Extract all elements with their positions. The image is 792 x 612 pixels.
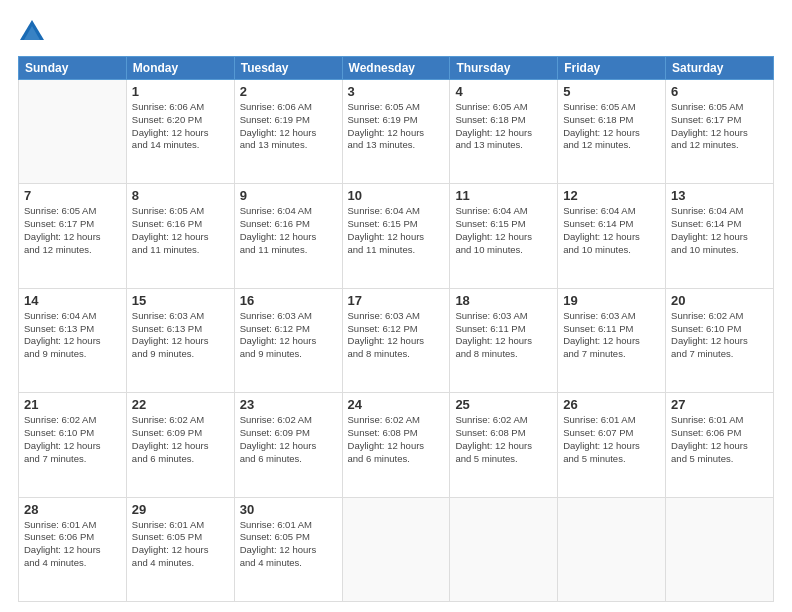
day-info: Sunrise: 6:02 AM Sunset: 6:09 PM Dayligh…	[240, 414, 337, 465]
day-info: Sunrise: 6:02 AM Sunset: 6:10 PM Dayligh…	[671, 310, 768, 361]
calendar-week-row: 1Sunrise: 6:06 AM Sunset: 6:20 PM Daylig…	[19, 80, 774, 184]
day-number: 22	[132, 397, 229, 412]
day-number: 1	[132, 84, 229, 99]
calendar-cell: 30Sunrise: 6:01 AM Sunset: 6:05 PM Dayli…	[234, 497, 342, 601]
calendar-cell: 25Sunrise: 6:02 AM Sunset: 6:08 PM Dayli…	[450, 393, 558, 497]
day-info: Sunrise: 6:03 AM Sunset: 6:13 PM Dayligh…	[132, 310, 229, 361]
calendar-week-row: 21Sunrise: 6:02 AM Sunset: 6:10 PM Dayli…	[19, 393, 774, 497]
day-info: Sunrise: 6:03 AM Sunset: 6:12 PM Dayligh…	[348, 310, 445, 361]
calendar-cell	[666, 497, 774, 601]
calendar-header-saturday: Saturday	[666, 57, 774, 80]
calendar-cell: 14Sunrise: 6:04 AM Sunset: 6:13 PM Dayli…	[19, 288, 127, 392]
calendar-week-row: 14Sunrise: 6:04 AM Sunset: 6:13 PM Dayli…	[19, 288, 774, 392]
day-number: 13	[671, 188, 768, 203]
calendar-cell: 6Sunrise: 6:05 AM Sunset: 6:17 PM Daylig…	[666, 80, 774, 184]
calendar-cell: 21Sunrise: 6:02 AM Sunset: 6:10 PM Dayli…	[19, 393, 127, 497]
day-info: Sunrise: 6:04 AM Sunset: 6:15 PM Dayligh…	[348, 205, 445, 256]
day-number: 15	[132, 293, 229, 308]
calendar-cell	[450, 497, 558, 601]
day-info: Sunrise: 6:02 AM Sunset: 6:10 PM Dayligh…	[24, 414, 121, 465]
page: SundayMondayTuesdayWednesdayThursdayFrid…	[0, 0, 792, 612]
day-info: Sunrise: 6:02 AM Sunset: 6:09 PM Dayligh…	[132, 414, 229, 465]
day-number: 20	[671, 293, 768, 308]
day-info: Sunrise: 6:04 AM Sunset: 6:15 PM Dayligh…	[455, 205, 552, 256]
day-number: 7	[24, 188, 121, 203]
calendar-header-row: SundayMondayTuesdayWednesdayThursdayFrid…	[19, 57, 774, 80]
day-info: Sunrise: 6:01 AM Sunset: 6:06 PM Dayligh…	[671, 414, 768, 465]
calendar-header-wednesday: Wednesday	[342, 57, 450, 80]
day-number: 24	[348, 397, 445, 412]
day-info: Sunrise: 6:04 AM Sunset: 6:14 PM Dayligh…	[563, 205, 660, 256]
day-number: 25	[455, 397, 552, 412]
logo-icon	[18, 18, 46, 46]
day-number: 19	[563, 293, 660, 308]
day-number: 21	[24, 397, 121, 412]
day-info: Sunrise: 6:02 AM Sunset: 6:08 PM Dayligh…	[348, 414, 445, 465]
calendar-cell: 26Sunrise: 6:01 AM Sunset: 6:07 PM Dayli…	[558, 393, 666, 497]
day-info: Sunrise: 6:01 AM Sunset: 6:05 PM Dayligh…	[132, 519, 229, 570]
calendar-cell: 16Sunrise: 6:03 AM Sunset: 6:12 PM Dayli…	[234, 288, 342, 392]
day-info: Sunrise: 6:04 AM Sunset: 6:14 PM Dayligh…	[671, 205, 768, 256]
calendar-cell: 5Sunrise: 6:05 AM Sunset: 6:18 PM Daylig…	[558, 80, 666, 184]
day-info: Sunrise: 6:05 AM Sunset: 6:16 PM Dayligh…	[132, 205, 229, 256]
calendar-table: SundayMondayTuesdayWednesdayThursdayFrid…	[18, 56, 774, 602]
calendar-cell: 2Sunrise: 6:06 AM Sunset: 6:19 PM Daylig…	[234, 80, 342, 184]
day-info: Sunrise: 6:06 AM Sunset: 6:20 PM Dayligh…	[132, 101, 229, 152]
calendar-cell	[19, 80, 127, 184]
day-info: Sunrise: 6:05 AM Sunset: 6:17 PM Dayligh…	[671, 101, 768, 152]
calendar-cell: 20Sunrise: 6:02 AM Sunset: 6:10 PM Dayli…	[666, 288, 774, 392]
day-number: 30	[240, 502, 337, 517]
day-number: 14	[24, 293, 121, 308]
calendar-cell: 27Sunrise: 6:01 AM Sunset: 6:06 PM Dayli…	[666, 393, 774, 497]
calendar-cell: 24Sunrise: 6:02 AM Sunset: 6:08 PM Dayli…	[342, 393, 450, 497]
calendar-week-row: 7Sunrise: 6:05 AM Sunset: 6:17 PM Daylig…	[19, 184, 774, 288]
calendar-cell: 19Sunrise: 6:03 AM Sunset: 6:11 PM Dayli…	[558, 288, 666, 392]
day-number: 3	[348, 84, 445, 99]
calendar-cell: 3Sunrise: 6:05 AM Sunset: 6:19 PM Daylig…	[342, 80, 450, 184]
day-number: 18	[455, 293, 552, 308]
day-number: 26	[563, 397, 660, 412]
calendar-cell: 7Sunrise: 6:05 AM Sunset: 6:17 PM Daylig…	[19, 184, 127, 288]
day-info: Sunrise: 6:01 AM Sunset: 6:07 PM Dayligh…	[563, 414, 660, 465]
day-number: 9	[240, 188, 337, 203]
logo	[18, 18, 50, 46]
day-info: Sunrise: 6:05 AM Sunset: 6:19 PM Dayligh…	[348, 101, 445, 152]
calendar-header-friday: Friday	[558, 57, 666, 80]
header	[18, 18, 774, 46]
day-number: 2	[240, 84, 337, 99]
calendar-cell: 9Sunrise: 6:04 AM Sunset: 6:16 PM Daylig…	[234, 184, 342, 288]
day-info: Sunrise: 6:05 AM Sunset: 6:17 PM Dayligh…	[24, 205, 121, 256]
calendar-cell: 22Sunrise: 6:02 AM Sunset: 6:09 PM Dayli…	[126, 393, 234, 497]
calendar-cell: 23Sunrise: 6:02 AM Sunset: 6:09 PM Dayli…	[234, 393, 342, 497]
calendar-cell: 29Sunrise: 6:01 AM Sunset: 6:05 PM Dayli…	[126, 497, 234, 601]
day-info: Sunrise: 6:04 AM Sunset: 6:16 PM Dayligh…	[240, 205, 337, 256]
day-number: 17	[348, 293, 445, 308]
day-info: Sunrise: 6:05 AM Sunset: 6:18 PM Dayligh…	[563, 101, 660, 152]
day-number: 4	[455, 84, 552, 99]
calendar-cell	[342, 497, 450, 601]
calendar-cell: 28Sunrise: 6:01 AM Sunset: 6:06 PM Dayli…	[19, 497, 127, 601]
calendar-cell: 13Sunrise: 6:04 AM Sunset: 6:14 PM Dayli…	[666, 184, 774, 288]
calendar-header-tuesday: Tuesday	[234, 57, 342, 80]
calendar-header-sunday: Sunday	[19, 57, 127, 80]
day-info: Sunrise: 6:03 AM Sunset: 6:11 PM Dayligh…	[563, 310, 660, 361]
calendar-cell: 15Sunrise: 6:03 AM Sunset: 6:13 PM Dayli…	[126, 288, 234, 392]
calendar-cell: 10Sunrise: 6:04 AM Sunset: 6:15 PM Dayli…	[342, 184, 450, 288]
day-number: 6	[671, 84, 768, 99]
calendar-cell: 8Sunrise: 6:05 AM Sunset: 6:16 PM Daylig…	[126, 184, 234, 288]
day-info: Sunrise: 6:06 AM Sunset: 6:19 PM Dayligh…	[240, 101, 337, 152]
day-number: 16	[240, 293, 337, 308]
calendar-cell: 4Sunrise: 6:05 AM Sunset: 6:18 PM Daylig…	[450, 80, 558, 184]
day-info: Sunrise: 6:04 AM Sunset: 6:13 PM Dayligh…	[24, 310, 121, 361]
calendar-header-thursday: Thursday	[450, 57, 558, 80]
day-number: 12	[563, 188, 660, 203]
day-number: 5	[563, 84, 660, 99]
day-info: Sunrise: 6:05 AM Sunset: 6:18 PM Dayligh…	[455, 101, 552, 152]
calendar-week-row: 28Sunrise: 6:01 AM Sunset: 6:06 PM Dayli…	[19, 497, 774, 601]
calendar-cell	[558, 497, 666, 601]
day-info: Sunrise: 6:01 AM Sunset: 6:06 PM Dayligh…	[24, 519, 121, 570]
day-info: Sunrise: 6:02 AM Sunset: 6:08 PM Dayligh…	[455, 414, 552, 465]
calendar-cell: 1Sunrise: 6:06 AM Sunset: 6:20 PM Daylig…	[126, 80, 234, 184]
calendar-header-monday: Monday	[126, 57, 234, 80]
day-info: Sunrise: 6:01 AM Sunset: 6:05 PM Dayligh…	[240, 519, 337, 570]
